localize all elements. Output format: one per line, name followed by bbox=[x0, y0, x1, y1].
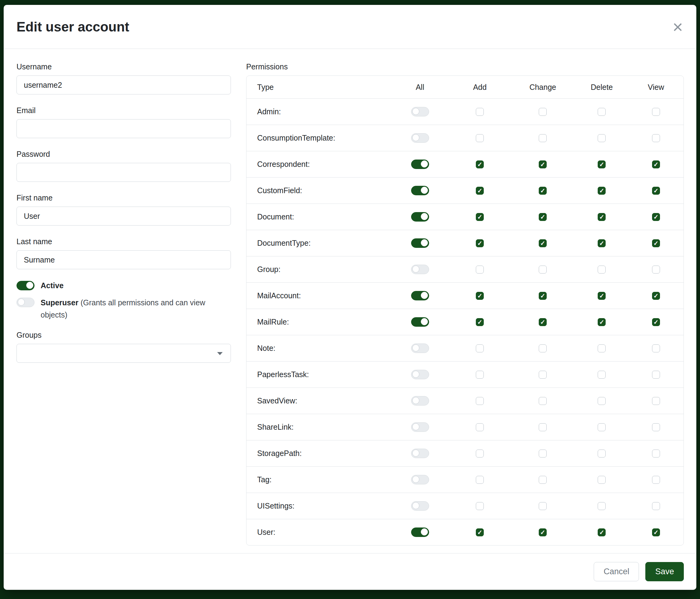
superuser-toggle[interactable] bbox=[17, 298, 34, 307]
permission-delete-checkbox[interactable] bbox=[598, 502, 606, 510]
permission-change-checkbox[interactable] bbox=[539, 450, 547, 457]
permission-change-checkbox[interactable] bbox=[539, 371, 547, 379]
permission-change-checkbox[interactable] bbox=[539, 397, 547, 405]
permission-delete-checkbox[interactable] bbox=[598, 239, 606, 247]
permission-all-toggle[interactable] bbox=[411, 475, 429, 484]
first-name-input[interactable] bbox=[17, 207, 231, 225]
permission-all-toggle[interactable] bbox=[411, 396, 429, 406]
permission-delete-checkbox[interactable] bbox=[598, 344, 606, 352]
permission-add-checkbox[interactable] bbox=[476, 397, 484, 405]
permission-delete-checkbox[interactable] bbox=[598, 161, 606, 168]
permission-add-checkbox[interactable] bbox=[476, 502, 484, 510]
permission-delete-checkbox[interactable] bbox=[598, 318, 606, 326]
permission-view-checkbox[interactable] bbox=[652, 528, 660, 536]
permission-view-checkbox[interactable] bbox=[652, 397, 660, 405]
permission-delete-checkbox[interactable] bbox=[598, 528, 606, 536]
permission-delete-checkbox[interactable] bbox=[598, 292, 606, 300]
permission-change-checkbox[interactable] bbox=[539, 476, 547, 484]
permission-change-checkbox[interactable] bbox=[539, 423, 547, 431]
permission-all-toggle[interactable] bbox=[411, 238, 429, 248]
permission-add-checkbox[interactable] bbox=[476, 108, 484, 116]
permission-add-checkbox[interactable] bbox=[476, 476, 484, 484]
permission-delete-checkbox[interactable] bbox=[598, 108, 606, 116]
permission-delete-checkbox[interactable] bbox=[598, 213, 606, 221]
permission-view-checkbox[interactable] bbox=[652, 266, 660, 273]
permission-add-checkbox[interactable] bbox=[476, 187, 484, 195]
permission-all-toggle[interactable] bbox=[411, 501, 429, 511]
permission-all-toggle[interactable] bbox=[411, 107, 429, 116]
permission-change-checkbox[interactable] bbox=[539, 108, 547, 116]
permission-add-checkbox[interactable] bbox=[476, 239, 484, 247]
permission-view-checkbox[interactable] bbox=[652, 344, 660, 352]
permission-all-toggle[interactable] bbox=[411, 265, 429, 274]
permission-view-checkbox[interactable] bbox=[652, 318, 660, 326]
permission-view-checkbox[interactable] bbox=[652, 134, 660, 142]
permission-delete-checkbox[interactable] bbox=[598, 476, 606, 484]
permission-change-checkbox[interactable] bbox=[539, 528, 547, 536]
permission-delete-checkbox[interactable] bbox=[598, 187, 606, 195]
permission-add-checkbox[interactable] bbox=[476, 134, 484, 142]
groups-select[interactable] bbox=[17, 344, 231, 363]
permission-delete-checkbox[interactable] bbox=[598, 371, 606, 379]
permission-delete-checkbox[interactable] bbox=[598, 423, 606, 431]
permission-change-checkbox[interactable] bbox=[539, 161, 547, 168]
permission-delete-checkbox[interactable] bbox=[598, 450, 606, 457]
permission-change-checkbox[interactable] bbox=[539, 344, 547, 352]
permission-add-checkbox[interactable] bbox=[476, 371, 484, 379]
permission-change-checkbox[interactable] bbox=[539, 134, 547, 142]
permission-delete-checkbox[interactable] bbox=[598, 266, 606, 273]
permission-view-checkbox[interactable] bbox=[652, 213, 660, 221]
permission-all-toggle[interactable] bbox=[411, 449, 429, 458]
permission-change-checkbox[interactable] bbox=[539, 213, 547, 221]
close-button[interactable]: × bbox=[673, 18, 683, 36]
permission-all-toggle[interactable] bbox=[411, 343, 429, 353]
permission-add-checkbox[interactable] bbox=[476, 318, 484, 326]
permission-change-checkbox[interactable] bbox=[539, 239, 547, 247]
permission-view-checkbox[interactable] bbox=[652, 187, 660, 195]
email-input[interactable] bbox=[17, 119, 231, 138]
permission-view-checkbox[interactable] bbox=[652, 239, 660, 247]
permission-all-toggle[interactable] bbox=[411, 422, 429, 432]
permission-row: Tag: bbox=[247, 466, 683, 493]
column-header-type: Type bbox=[247, 83, 391, 92]
permission-change-checkbox[interactable] bbox=[539, 187, 547, 195]
permission-view-checkbox[interactable] bbox=[652, 476, 660, 484]
permission-change-checkbox[interactable] bbox=[539, 292, 547, 300]
permission-delete-checkbox[interactable] bbox=[598, 134, 606, 142]
permission-all-toggle[interactable] bbox=[411, 160, 429, 169]
permission-all-toggle[interactable] bbox=[411, 186, 429, 195]
permission-all-toggle[interactable] bbox=[411, 133, 429, 143]
permission-all-toggle[interactable] bbox=[411, 291, 429, 301]
permission-all-toggle[interactable] bbox=[411, 527, 429, 537]
permission-view-checkbox[interactable] bbox=[652, 292, 660, 300]
permission-add-checkbox[interactable] bbox=[476, 344, 484, 352]
permission-view-checkbox[interactable] bbox=[652, 161, 660, 168]
permission-add-checkbox[interactable] bbox=[476, 423, 484, 431]
permission-delete-checkbox[interactable] bbox=[598, 397, 606, 405]
permission-all-toggle[interactable] bbox=[411, 317, 429, 327]
username-input[interactable] bbox=[17, 75, 231, 94]
permission-change-checkbox[interactable] bbox=[539, 266, 547, 273]
permission-all-toggle[interactable] bbox=[411, 370, 429, 379]
permission-view-checkbox[interactable] bbox=[652, 371, 660, 379]
permission-add-checkbox[interactable] bbox=[476, 213, 484, 221]
permission-view-checkbox[interactable] bbox=[652, 423, 660, 431]
active-toggle[interactable] bbox=[17, 281, 34, 290]
permission-change-checkbox[interactable] bbox=[539, 502, 547, 510]
permission-view-checkbox[interactable] bbox=[652, 450, 660, 457]
permission-add-checkbox[interactable] bbox=[476, 266, 484, 273]
permission-add-checkbox[interactable] bbox=[476, 292, 484, 300]
permission-add-checkbox[interactable] bbox=[476, 161, 484, 168]
password-input[interactable] bbox=[17, 163, 231, 182]
permission-add-checkbox[interactable] bbox=[476, 528, 484, 536]
permission-all-toggle[interactable] bbox=[411, 212, 429, 221]
permission-add-checkbox[interactable] bbox=[476, 450, 484, 457]
permission-change-checkbox[interactable] bbox=[539, 318, 547, 326]
toggle-knob bbox=[412, 266, 419, 272]
last-name-input[interactable] bbox=[17, 250, 231, 269]
permission-view-checkbox[interactable] bbox=[652, 502, 660, 510]
password-label: Password bbox=[17, 150, 231, 159]
cancel-button[interactable]: Cancel bbox=[594, 562, 639, 581]
save-button[interactable]: Save bbox=[645, 562, 684, 581]
permission-view-checkbox[interactable] bbox=[652, 108, 660, 116]
